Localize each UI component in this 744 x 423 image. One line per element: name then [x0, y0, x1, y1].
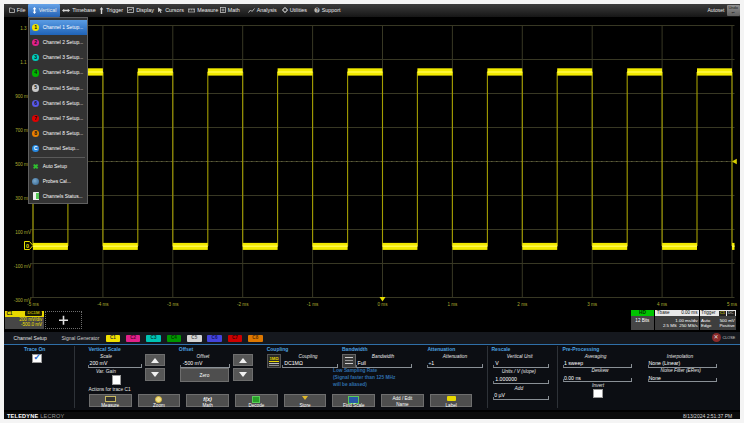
svg-text:5 ms: 5 ms — [727, 302, 738, 307]
svg-text:-1 ms: -1 ms — [307, 302, 319, 307]
svg-text:-4 ms: -4 ms — [97, 302, 109, 307]
svg-text:0: 0 — [26, 243, 29, 249]
svg-text:-3 ms: -3 ms — [167, 302, 179, 307]
svg-text:3 ms: 3 ms — [587, 302, 598, 307]
svg-text:-2 ms: -2 ms — [237, 302, 249, 307]
svg-text:?: ? — [315, 8, 318, 13]
svg-text:2 ms: 2 ms — [517, 302, 528, 307]
svg-text:100 mV: 100 mV — [15, 230, 32, 235]
svg-text:-5 ms: -5 ms — [27, 302, 39, 307]
svg-text:1 ms: 1 ms — [447, 302, 458, 307]
svg-text:-100 mV: -100 mV — [14, 264, 32, 269]
svg-text:0 ms: 0 ms — [378, 302, 389, 307]
svg-text:4 ms: 4 ms — [657, 302, 668, 307]
